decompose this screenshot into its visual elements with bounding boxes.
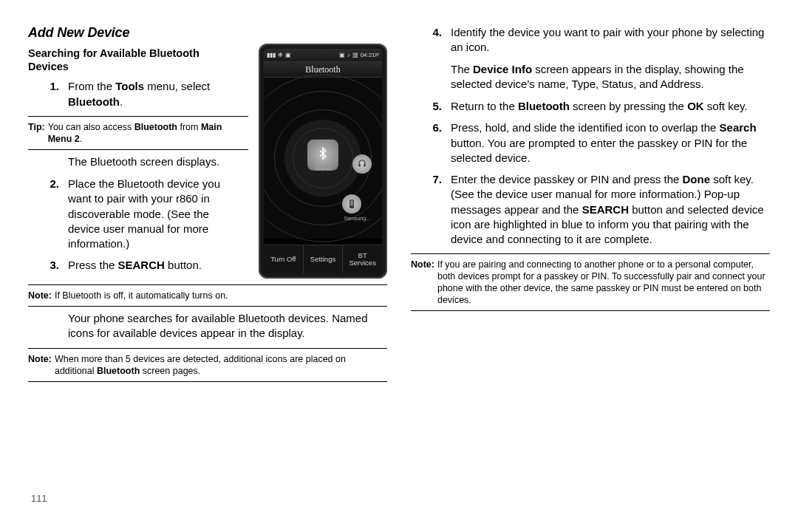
steps-1-to-3: From the Tools menu, select Bluetooth. [28, 79, 248, 109]
signal-icon: ▮▮▮ [267, 52, 276, 58]
note-5-devices: Note: When more than 5 devices are detec… [28, 353, 387, 377]
tip-label: Tip: [28, 121, 48, 145]
after-step3-text: Your phone searches for available Blueto… [68, 311, 387, 341]
battery-icon: ▥ [352, 52, 358, 58]
softkey-turnoff: Turn Off [264, 245, 303, 273]
step-2: Place the Bluetooth device you want to p… [28, 177, 248, 251]
page-number: 111 [31, 493, 47, 504]
bluetooth-icon [316, 146, 330, 163]
sonar-area: Search Samsung... [264, 78, 382, 239]
divider [411, 310, 770, 311]
left-column: Add New Device Searching for Available B… [28, 22, 387, 510]
svg-rect-1 [350, 200, 353, 205]
divider [28, 381, 387, 382]
right-column: Identify the device you want to pair wit… [411, 22, 770, 510]
subheading: Searching for Available Bluetooth Device… [28, 47, 235, 73]
divider [28, 348, 387, 349]
divider [411, 253, 770, 254]
note-passkey: Note: If you are pairing and connecting … [411, 259, 770, 306]
note-bluetooth-off: Note: If Bluetooth is off, it automatica… [28, 290, 387, 301]
section-title: Add New Device [28, 25, 387, 41]
phone-softkeys: Turn Off Settings BT Services [264, 245, 382, 273]
step-6: Press, hold, and slide the identified ic… [411, 120, 770, 166]
steps-4-to-7: Identify the device you want to pair wit… [411, 25, 770, 55]
found-device-samsung [342, 194, 361, 214]
after-step4-text: The Device Info screen appears in the di… [451, 62, 770, 92]
divider [28, 116, 248, 117]
found-device-headset [352, 154, 372, 174]
divider [28, 149, 248, 150]
music-icon: ▣ ♪ [339, 52, 349, 58]
softkey-btservices: BT Services [342, 245, 382, 273]
status-icon: ▣ [285, 52, 291, 58]
phone-statusbar: ▮▮▮ ✻ ▣ ▣ ♪ ▥ 04:21P [264, 49, 382, 62]
bluetooth-status-icon: ✻ [278, 52, 283, 58]
step-3: Press the SEARCH button. [28, 258, 248, 273]
step-4: Identify the device you want to pair wit… [411, 25, 770, 55]
tip-block: Tip: You can also access Bluetooth from … [28, 121, 248, 145]
divider [28, 284, 387, 285]
softkey-settings: Settings [303, 245, 343, 273]
step-1: From the Tools menu, select Bluetooth. [28, 79, 248, 109]
device-label: Samsung... [344, 216, 370, 221]
clock: 04:21P [361, 52, 379, 58]
steps-5-7: Return to the Bluetooth screen by pressi… [411, 99, 770, 247]
phone-screenshot: ▮▮▮ ✻ ▣ ▣ ♪ ▥ 04:21P Bluetooth [259, 44, 387, 279]
step-7: Enter the device passkey or PIN and pres… [411, 172, 770, 247]
divider [28, 306, 387, 307]
step-5: Return to the Bluetooth screen by pressi… [411, 99, 770, 114]
search-label: Search [315, 166, 331, 171]
steps-continued: Place the Bluetooth device you want to p… [28, 177, 248, 273]
after-step1-text: The Bluetooth screen displays. [68, 154, 231, 169]
